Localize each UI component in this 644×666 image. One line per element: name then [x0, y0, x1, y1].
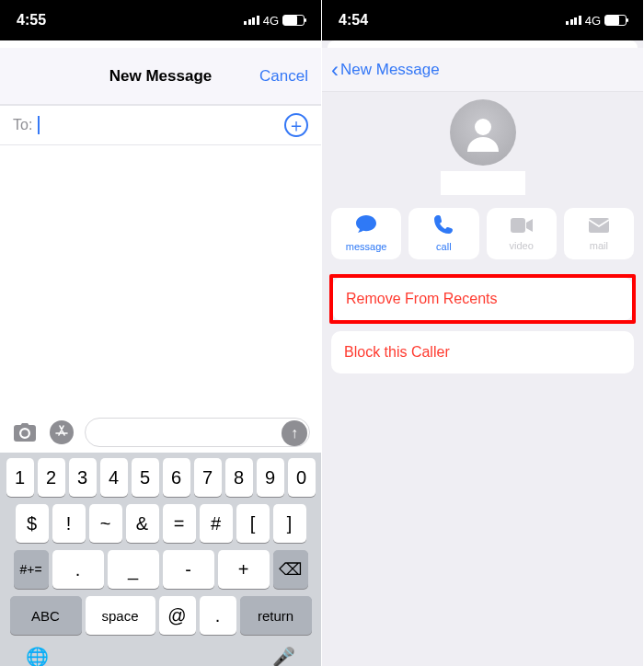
- key-numswitch[interactable]: #+=: [14, 550, 49, 589]
- mail-action: mail: [564, 208, 634, 259]
- key-rbracket[interactable]: ]: [273, 504, 306, 543]
- key-7[interactable]: 7: [194, 458, 222, 497]
- video-action: video: [487, 208, 557, 259]
- key-5[interactable]: 5: [132, 458, 159, 497]
- message-label: message: [346, 241, 387, 252]
- text-cursor: [38, 116, 40, 134]
- app-store-icon[interactable]: [48, 419, 75, 446]
- key-minus[interactable]: -: [163, 550, 214, 589]
- key-abc[interactable]: ABC: [10, 596, 82, 635]
- key-4[interactable]: 4: [100, 458, 128, 497]
- battery-icon: [282, 15, 305, 26]
- network-label: 4G: [585, 14, 601, 28]
- status-bar: 4:54 4G: [322, 0, 643, 40]
- page-title: New Message: [109, 67, 213, 86]
- status-bar: 4:55 4G: [0, 0, 321, 40]
- key-at[interactable]: @: [159, 596, 196, 635]
- key-space[interactable]: space: [86, 596, 155, 635]
- message-icon: [356, 215, 376, 238]
- annotation-highlight: Remove From Recents: [329, 274, 636, 324]
- key-return[interactable]: return: [240, 596, 312, 635]
- send-button[interactable]: ↑: [282, 420, 307, 446]
- nav-bar: New Message Cancel: [0, 48, 321, 105]
- key-8[interactable]: 8: [225, 458, 253, 497]
- key-underscore[interactable]: _: [108, 550, 159, 589]
- keyboard: 1 2 3 4 5 6 7 8 9 0 $ ! ~ & = # [ ]: [0, 453, 321, 666]
- key-eq[interactable]: =: [163, 504, 196, 543]
- remove-from-recents-button[interactable]: Remove From Recents: [333, 278, 632, 320]
- key-hash[interactable]: #: [200, 504, 233, 543]
- key-2[interactable]: 2: [38, 458, 65, 497]
- signal-icon: [566, 16, 581, 25]
- call-action[interactable]: call: [408, 208, 478, 259]
- key-delete[interactable]: ⌫: [273, 550, 308, 589]
- key-1[interactable]: 1: [6, 458, 34, 497]
- svg-rect-3: [589, 218, 609, 233]
- key-0[interactable]: 0: [288, 458, 316, 497]
- key-plus[interactable]: +: [218, 550, 270, 589]
- key-period[interactable]: .: [52, 550, 104, 589]
- sheet-background-peek: [328, 40, 638, 48]
- nav-bar: ‹ New Message: [322, 48, 643, 92]
- video-icon: [511, 216, 533, 237]
- left-screenshot: 4:55 4G New Message Cancel To: ＋: [0, 0, 322, 666]
- key-dollar[interactable]: $: [16, 504, 49, 543]
- right-screenshot: 4:54 4G ‹ New Message message: [322, 0, 644, 666]
- svg-point-1: [475, 119, 491, 135]
- to-field-row[interactable]: To: ＋: [0, 105, 321, 145]
- cancel-button[interactable]: Cancel: [259, 67, 308, 86]
- video-label: video: [509, 240, 533, 251]
- key-bang[interactable]: !: [52, 504, 86, 543]
- call-label: call: [436, 241, 452, 252]
- battery-icon: [604, 15, 627, 26]
- phone-icon: [434, 215, 453, 238]
- message-text-input[interactable]: ↑: [85, 418, 310, 447]
- key-lbracket[interactable]: [: [236, 504, 270, 543]
- clock: 4:54: [339, 12, 368, 29]
- message-input-bar: ↑: [0, 412, 321, 453]
- network-label: 4G: [263, 14, 279, 28]
- mail-icon: [589, 216, 609, 237]
- contact-header: [322, 92, 643, 201]
- mail-label: mail: [590, 240, 608, 251]
- key-tilde[interactable]: ~: [89, 504, 122, 543]
- signal-icon: [244, 16, 259, 25]
- svg-point-0: [50, 420, 74, 444]
- block-caller-button[interactable]: Block this Caller: [331, 331, 634, 373]
- add-contact-button[interactable]: ＋: [284, 113, 308, 137]
- clock: 4:55: [17, 12, 46, 29]
- camera-icon[interactable]: [11, 419, 39, 446]
- back-button[interactable]: New Message: [340, 61, 440, 79]
- to-label: To:: [13, 117, 32, 133]
- sheet-background-peek: [6, 40, 316, 48]
- key-dot2[interactable]: .: [200, 596, 236, 635]
- svg-rect-2: [511, 218, 525, 233]
- contact-name-redacted: [441, 171, 525, 195]
- message-action[interactable]: message: [331, 208, 401, 259]
- globe-icon[interactable]: 🌐: [26, 646, 49, 666]
- mic-icon[interactable]: 🎤: [272, 646, 295, 666]
- avatar-icon: [450, 99, 516, 166]
- back-chevron-icon[interactable]: ‹: [331, 57, 339, 83]
- contact-actions: message call video mail: [322, 201, 643, 269]
- key-amp[interactable]: &: [126, 504, 159, 543]
- key-6[interactable]: 6: [163, 458, 190, 497]
- key-3[interactable]: 3: [69, 458, 97, 497]
- key-9[interactable]: 9: [257, 458, 284, 497]
